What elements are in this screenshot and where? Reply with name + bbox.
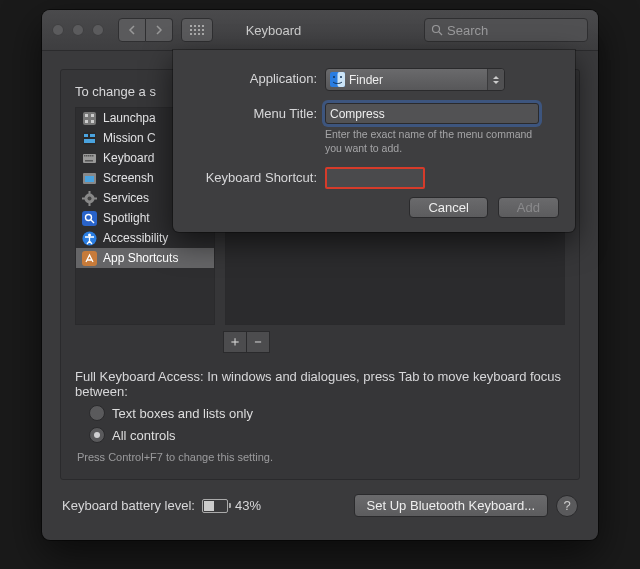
svg-line-13: [439, 32, 442, 35]
svg-rect-15: [85, 114, 88, 117]
titlebar: Keyboard Search: [42, 10, 598, 51]
spotlight-icon: [82, 211, 97, 226]
svg-rect-31: [85, 176, 94, 182]
battery-status: Keyboard battery level: 43%: [62, 498, 261, 513]
full-keyboard-access-label: Full Keyboard Access: In windows and dia…: [75, 369, 565, 399]
search-placeholder: Search: [447, 23, 488, 38]
sidebar-item-label: Mission C: [103, 131, 156, 145]
battery-percentage: 43%: [235, 498, 261, 513]
sidebar-item-label: Spotlight: [103, 211, 150, 225]
svg-rect-25: [86, 155, 88, 157]
sidebar-item-label: Screensh: [103, 171, 154, 185]
sidebar-item-label: App Shortcuts: [103, 251, 178, 265]
menu-title-helper: Enter the exact name of the menu command…: [325, 128, 535, 155]
radio-text-boxes[interactable]: Text boxes and lists only: [89, 405, 565, 421]
svg-rect-22: [84, 139, 95, 143]
radio-icon: [89, 427, 105, 443]
mission-control-icon: [82, 131, 97, 146]
svg-rect-18: [91, 120, 94, 123]
radio-label: Text boxes and lists only: [112, 406, 253, 421]
application-popup[interactable]: Finder: [325, 68, 505, 91]
keyboard-icon: [82, 151, 97, 166]
chevron-updown-icon: [487, 69, 504, 90]
application-value: Finder: [349, 73, 383, 87]
svg-rect-38: [82, 211, 97, 226]
add-button[interactable]: ＋: [223, 331, 247, 353]
help-button[interactable]: ?: [556, 495, 578, 517]
keyboard-shortcut-label: Keyboard Shortcut:: [189, 167, 325, 185]
sidebar-item-app-shortcuts[interactable]: App Shortcuts: [76, 248, 214, 268]
radio-icon: [89, 405, 105, 421]
battery-label: Keyboard battery level:: [62, 498, 195, 513]
menu-title-label: Menu Title:: [189, 103, 325, 121]
svg-rect-28: [92, 155, 94, 157]
svg-rect-29: [85, 160, 93, 162]
svg-point-47: [340, 76, 342, 78]
window-title: Keyboard: [123, 23, 424, 38]
add-confirm-button[interactable]: Add: [498, 197, 559, 218]
sidebar-item-label: Keyboard: [103, 151, 154, 165]
finder-icon: [330, 72, 345, 87]
preferences-window: Keyboard Search To change a s eys. Launc…: [42, 10, 598, 540]
remove-button[interactable]: －: [247, 331, 270, 353]
screenshot-icon: [82, 171, 97, 186]
battery-icon: [202, 499, 228, 513]
footer: Keyboard battery level: 43% Set Up Bluet…: [60, 494, 580, 517]
zoom-traffic-light[interactable]: [92, 24, 104, 36]
svg-rect-24: [84, 155, 86, 157]
fka-note: Press Control+F7 to change this setting.: [77, 451, 565, 463]
svg-rect-14: [83, 112, 96, 125]
svg-point-33: [88, 196, 92, 200]
svg-rect-17: [85, 120, 88, 123]
svg-rect-27: [90, 155, 92, 157]
application-label: Application:: [189, 68, 325, 86]
add-shortcut-sheet: Application: Finder Menu Title: Enter th…: [173, 50, 575, 232]
radio-label: All controls: [112, 428, 176, 443]
add-remove-controls: ＋ －: [223, 331, 565, 353]
close-traffic-light[interactable]: [52, 24, 64, 36]
setup-bluetooth-button[interactable]: Set Up Bluetooth Keyboard...: [354, 494, 548, 517]
app-shortcuts-icon: [82, 251, 97, 266]
svg-rect-21: [90, 134, 95, 137]
radio-all-controls[interactable]: All controls: [89, 427, 565, 443]
sidebar-item-label: Accessibility: [103, 231, 168, 245]
cancel-button[interactable]: Cancel: [409, 197, 487, 218]
search-icon: [431, 24, 443, 36]
svg-point-46: [333, 76, 335, 78]
accessibility-icon: [82, 231, 97, 246]
menu-title-input[interactable]: [325, 103, 539, 124]
svg-rect-45: [338, 72, 346, 87]
keyboard-shortcut-input[interactable]: [325, 167, 425, 189]
minimize-traffic-light[interactable]: [72, 24, 84, 36]
svg-rect-20: [84, 134, 88, 137]
svg-rect-16: [91, 114, 94, 117]
svg-rect-26: [88, 155, 90, 157]
svg-rect-19: [83, 132, 96, 145]
sidebar-item-label: Launchpa: [103, 111, 156, 125]
svg-point-42: [88, 233, 91, 236]
search-field[interactable]: Search: [424, 18, 588, 42]
svg-rect-43: [82, 251, 97, 266]
svg-point-12: [433, 26, 440, 33]
services-icon: [82, 191, 97, 206]
launchpad-icon: [82, 111, 97, 126]
sidebar-item-label: Services: [103, 191, 149, 205]
